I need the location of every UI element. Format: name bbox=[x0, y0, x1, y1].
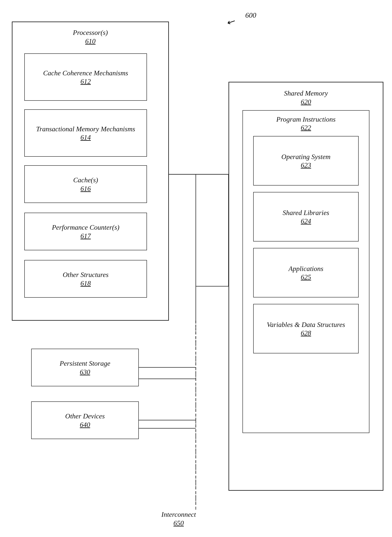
transactional-memory-label: Transactional Memory Mechanisms bbox=[36, 125, 135, 134]
shared-libraries-box: Shared Libraries 624 bbox=[253, 192, 359, 241]
applications-num: 625 bbox=[301, 273, 311, 281]
perf-counters-box: Performance Counter(s) 617 bbox=[24, 213, 147, 250]
operating-system-box: Operating System 623 bbox=[253, 136, 359, 186]
caches-box: Cache(s) 616 bbox=[24, 165, 147, 203]
shared-memory-box: Shared Memory 620 Program Instructions 6… bbox=[229, 82, 383, 491]
transactional-memory-box: Transactional Memory Mechanisms 614 bbox=[24, 109, 147, 157]
interconnect-num: 650 bbox=[161, 519, 196, 527]
operating-system-num: 623 bbox=[301, 161, 311, 169]
applications-label: Applications bbox=[289, 264, 323, 273]
shared-libraries-label: Shared Libraries bbox=[283, 208, 329, 217]
program-instructions-box: Program Instructions 622 Operating Syste… bbox=[243, 110, 369, 433]
fig-num-text: 600 bbox=[245, 11, 256, 19]
processors-num: 610 bbox=[13, 37, 168, 45]
other-structures-label: Other Structures bbox=[63, 270, 108, 279]
processors-label: Processor(s) bbox=[13, 28, 168, 37]
applications-box: Applications 625 bbox=[253, 248, 359, 297]
shared-libraries-num: 624 bbox=[301, 217, 311, 225]
program-instructions-label: Program Instructions bbox=[247, 115, 365, 124]
other-devices-num: 640 bbox=[80, 421, 90, 429]
cache-coherence-label: Cache Coherence Mechanisms bbox=[43, 69, 128, 78]
persistent-storage-num: 630 bbox=[80, 368, 90, 376]
perf-counters-num: 617 bbox=[80, 232, 91, 240]
perf-counters-label: Performance Counter(s) bbox=[52, 223, 119, 232]
other-devices-label: Other Devices bbox=[65, 412, 105, 421]
figure-number: 600 bbox=[245, 11, 256, 19]
figure-arrow: ↙ bbox=[225, 15, 236, 28]
cache-coherence-box: Cache Coherence Mechanisms 612 bbox=[24, 53, 147, 101]
shared-memory-label: Shared Memory bbox=[284, 89, 328, 98]
caches-label: Cache(s) bbox=[73, 176, 98, 185]
variables-data-box: Variables & Data Structures 628 bbox=[253, 304, 359, 353]
variables-data-num: 628 bbox=[301, 329, 311, 337]
other-structures-box: Other Structures 618 bbox=[24, 260, 147, 298]
variables-data-label: Variables & Data Structures bbox=[267, 320, 345, 329]
other-devices-box: Other Devices 640 bbox=[31, 401, 139, 439]
processors-box: Processor(s) 610 Cache Coherence Mechani… bbox=[12, 22, 169, 321]
shared-memory-num: 620 bbox=[284, 98, 328, 106]
transactional-memory-num: 614 bbox=[80, 133, 91, 141]
interconnect-text: Interconnect bbox=[161, 510, 196, 519]
persistent-storage-label: Persistent Storage bbox=[60, 359, 110, 368]
program-instructions-num: 622 bbox=[247, 124, 365, 132]
interconnect-label: Interconnect 650 bbox=[161, 510, 196, 527]
caches-num: 616 bbox=[80, 185, 91, 193]
operating-system-label: Operating System bbox=[281, 152, 331, 161]
persistent-storage-box: Persistent Storage 630 bbox=[31, 349, 139, 386]
other-structures-num: 618 bbox=[80, 279, 91, 287]
cache-coherence-num: 612 bbox=[80, 77, 91, 85]
diagram-container: 600 ↙ Processor(s) 610 Cache Coherence M… bbox=[0, 0, 392, 537]
